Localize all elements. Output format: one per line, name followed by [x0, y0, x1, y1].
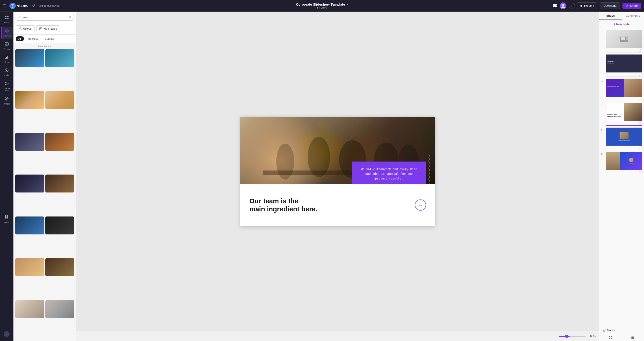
media-icon [4, 68, 9, 74]
sidebar-item-apps[interactable]: Apps [1, 213, 12, 225]
undo-icon[interactable]: ↺ [32, 4, 35, 8]
list-item[interactable] [45, 216, 74, 257]
autosave-status: All changes saved [38, 4, 550, 8]
svg-rect-4 [7, 16, 8, 17]
slide-thumbnail[interactable]: Unifying tech One step at time → ⬡ [606, 54, 642, 77]
upload-button[interactable]: Upload [16, 25, 34, 32]
list-item[interactable] [45, 91, 74, 132]
share-button[interactable]: ↗ Share [622, 3, 641, 9]
tab-all[interactable]: All [16, 36, 24, 41]
svg-point-2 [562, 7, 564, 8]
logo: visme [10, 3, 28, 9]
svg-line-25 [20, 18, 21, 19]
slide-action-icon[interactable]: ⬡ [639, 97, 642, 101]
thumb-subtext: One step at time [607, 63, 614, 64]
list-item[interactable] [15, 175, 44, 215]
graphics-icon [5, 29, 9, 34]
basics-icon [4, 15, 9, 21]
slide-action-icon[interactable]: ⬡ [639, 170, 642, 174]
document-title[interactable]: Corporate Slideshow Template ∨ [296, 3, 348, 6]
present-button[interactable]: ▶ Present [577, 3, 598, 9]
search-input[interactable] [23, 16, 67, 19]
slide-thumbnail[interactable]: Company overview and goals. ⬡ [606, 127, 642, 150]
grid-view-button[interactable] [600, 334, 622, 341]
slide-thumb-container: 6 Team leader ⬡ [601, 152, 642, 174]
list-item[interactable] [45, 258, 74, 299]
slide-quote-box[interactable]: We value teamwork and every mind and ide… [352, 162, 426, 186]
slide-action-icon[interactable]: ⬡ [638, 122, 641, 125]
user-avatar[interactable] [560, 3, 566, 9]
list-item[interactable] [45, 49, 74, 90]
list-item[interactable] [15, 49, 44, 90]
slide-thumb-container: 4 Our team is themain ingredient here. → [601, 103, 642, 126]
zoom-level: 60% [588, 335, 596, 338]
sidebar-item-data[interactable]: Data [1, 53, 12, 65]
thumb-image-right: Team leader [620, 152, 642, 170]
zoom-slider[interactable] [559, 336, 586, 337]
slide-thumbnail[interactable]: Share our vision for the future. → ⬡ [606, 79, 642, 101]
document-title-section: Corporate Slideshow Template ∨ By Chloe [296, 3, 348, 9]
tab-mockups[interactable]: Mockups [25, 36, 41, 41]
list-item[interactable] [15, 216, 44, 257]
svg-rect-21 [7, 215, 8, 217]
svg-rect-12 [6, 57, 7, 59]
svg-rect-48 [632, 338, 634, 339]
tab-comments[interactable]: Comments [622, 12, 644, 20]
sidebar-item-my-files[interactable]: My Files [1, 95, 12, 107]
add-collaborator-button[interactable]: + [569, 3, 575, 9]
comments-button[interactable]: 💬 [552, 3, 558, 8]
slide-thumb-container: 5 Company overview and goals. ⬡ [601, 127, 642, 150]
svg-rect-11 [5, 58, 6, 59]
tab-slides[interactable]: Slides [600, 12, 622, 20]
slide-number: 3 [601, 79, 604, 82]
share-icon: ↗ [626, 4, 628, 8]
slide-action-icon[interactable]: ⬡ [639, 146, 642, 150]
tab-cutouts[interactable]: Cutouts [42, 36, 56, 41]
slide-thumbnail-active[interactable]: Our team is themain ingredient here. → ⬡ [606, 103, 642, 126]
svg-rect-44 [609, 338, 610, 339]
sidebar-item-graphics[interactable]: Graphics [1, 27, 12, 39]
data-label: Data [4, 61, 9, 64]
list-view-button[interactable] [622, 334, 644, 341]
help-button[interactable]: ? [4, 331, 10, 337]
slide-thumbnail[interactable]: Team leader ⬡ [606, 152, 642, 174]
list-item[interactable] [15, 133, 44, 174]
sidebar-item-theme-colors[interactable]: Theme Colors [1, 79, 12, 94]
thumb-person [629, 158, 634, 162]
sidebar-item-media[interactable]: Media [1, 66, 12, 79]
slide-canvas[interactable]: ❯ ❯ ❯ ❯ ❯ ❯ ❯ ❯ ❯ ❯ We value teamwork an… [240, 117, 435, 226]
svg-rect-3 [5, 16, 6, 17]
list-item[interactable] [15, 300, 44, 341]
new-slide-button[interactable]: + New slide [600, 20, 644, 28]
slide-thumbnail[interactable]: ⬡ [606, 30, 642, 53]
grid-view-icon [609, 336, 612, 339]
svg-point-0 [11, 4, 14, 7]
slide-number: 1 [601, 30, 604, 34]
thumb-image [624, 79, 642, 97]
slide-arrow-icon[interactable]: → [415, 199, 426, 211]
list-item[interactable] [45, 175, 74, 215]
list-item[interactable] [15, 91, 44, 132]
sidebar-item-photos[interactable]: Photos [1, 40, 12, 52]
list-item[interactable] [45, 300, 74, 341]
svg-rect-42 [609, 336, 610, 337]
view-toggle-buttons [600, 334, 644, 341]
slide-action-icon[interactable]: ⬡ [639, 73, 642, 77]
my-images-button[interactable]: My Images [36, 25, 60, 32]
slide-number: 4 [601, 103, 604, 106]
svg-rect-23 [7, 217, 8, 218]
download-button[interactable]: Download [600, 3, 620, 9]
notes-button[interactable]: Notes [600, 326, 644, 334]
data-icon [4, 55, 9, 60]
slide-main-heading: Our team is themain ingredient here. [249, 197, 415, 213]
menu-icon[interactable]: ☰ [3, 3, 7, 9]
list-item[interactable] [45, 133, 74, 174]
thumb-image-left [606, 152, 620, 170]
thumb-text: Company overview and goals. [618, 140, 630, 141]
slide-action-icon[interactable]: ⬡ [639, 49, 642, 52]
notes-label: Notes [607, 328, 615, 332]
sidebar-item-basics[interactable]: Basics [1, 14, 12, 26]
slide-number: 6 [601, 152, 604, 155]
search-clear-icon[interactable]: ✕ [68, 16, 71, 19]
list-item[interactable] [15, 258, 44, 299]
